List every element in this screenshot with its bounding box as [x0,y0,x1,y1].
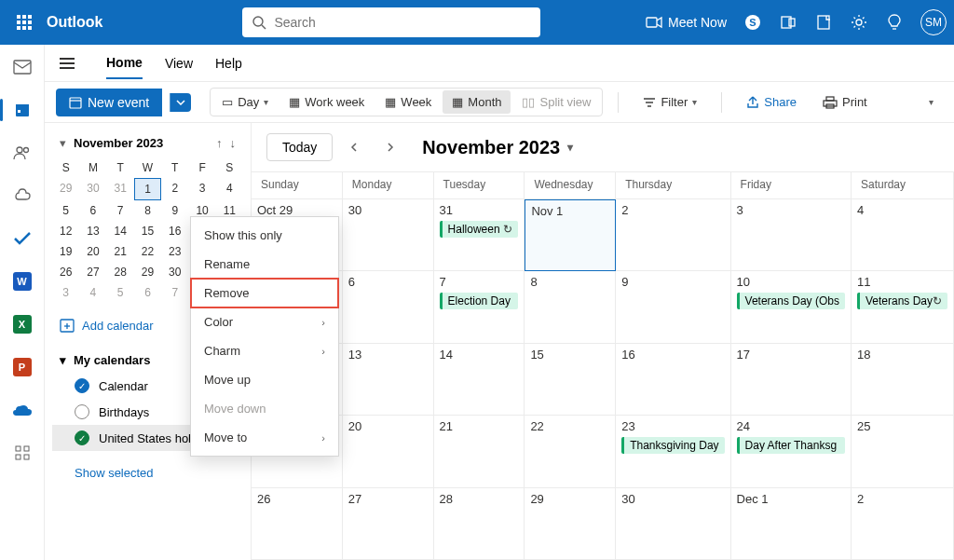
calendar-cell[interactable]: 30 [616,488,730,561]
calendar-cell[interactable]: 11Veterans Day↻ [852,271,954,344]
mini-next-button[interactable]: ↓ [230,136,237,150]
mini-day[interactable]: 3 [188,178,215,200]
view-week-button[interactable]: ▦Week [375,90,441,114]
rail-word[interactable]: W [7,266,37,296]
calendar-cell[interactable]: 9 [616,271,730,344]
mini-day[interactable]: 2 [161,178,188,200]
filter-button[interactable]: Filter▾ [634,90,706,114]
ctx-show-only[interactable]: Show this only [191,221,338,250]
tab-help[interactable]: Help [215,48,242,78]
mini-day[interactable]: 7 [107,200,134,221]
mini-day[interactable]: 16 [161,221,188,241]
calendar-cell[interactable]: 22 [525,416,616,488]
event-chip[interactable]: Day After Thanksg [737,437,845,454]
mini-day[interactable]: 21 [107,241,134,262]
calendar-cell[interactable]: 30 [343,199,434,272]
mini-day[interactable]: 31 [107,178,134,200]
prev-month-button[interactable] [342,134,368,160]
search-input[interactable] [274,15,531,30]
share-button[interactable]: Share [737,90,806,114]
calendar-cell[interactable]: 4 [852,199,954,272]
mini-day[interactable]: 29 [134,262,161,282]
mini-day[interactable]: 14 [107,221,134,241]
rail-more-apps[interactable] [7,438,37,468]
mini-day[interactable]: 22 [134,241,161,262]
calendar-cell[interactable]: 14 [434,344,525,417]
calendar-title[interactable]: November 2023 ▾ [422,137,573,158]
calendar-cell[interactable]: 29 [525,488,616,561]
mini-day[interactable]: 13 [79,221,106,241]
mini-day[interactable]: 5 [107,282,134,303]
next-month-button[interactable] [377,134,403,160]
event-chip[interactable]: Election Day [440,293,519,309]
calendar-cell[interactable]: Dec 1 [731,488,852,561]
mini-day[interactable]: 12 [52,221,79,241]
event-chip[interactable]: Veterans Day (Obs [737,293,845,309]
mini-day[interactable]: 29 [52,178,79,200]
rail-people[interactable] [7,138,37,168]
calendar-cell[interactable]: 2 [616,199,730,272]
calendar-cell[interactable]: 16 [616,344,730,417]
mini-day[interactable]: 5 [52,200,79,221]
calendar-cell[interactable]: 15 [525,344,616,417]
mini-day[interactable]: 8 [134,200,161,221]
rail-files[interactable] [7,181,37,211]
calendar-cell[interactable]: 28 [434,488,525,561]
calendar-cell[interactable]: 26 [252,488,343,561]
ctx-move-up[interactable]: Move up [191,365,338,394]
new-event-button[interactable]: New event [56,89,162,116]
calendar-cell[interactable]: 10Veterans Day (Obs [731,271,852,344]
calendar-cell[interactable]: 13 [343,344,434,417]
calendar-checkbox[interactable] [75,430,89,445]
mini-day[interactable]: 1 [134,178,161,200]
calendar-cell[interactable]: 8 [525,271,616,344]
mini-day[interactable]: 15 [134,221,161,241]
hamburger-icon[interactable] [60,58,75,69]
tab-home[interactable]: Home [106,48,143,79]
new-event-dropdown[interactable] [170,93,191,112]
ctx-charm[interactable]: Charm› [191,336,338,365]
mini-day[interactable]: 4 [216,178,243,200]
today-button[interactable]: Today [266,133,333,161]
ctx-rename[interactable]: Rename [191,250,338,279]
rail-powerpoint[interactable]: P [7,352,37,382]
rail-calendar[interactable] [7,95,37,125]
calendar-cell[interactable]: 21 [434,416,525,488]
calendar-cell[interactable]: 7Election Day [434,271,525,344]
mini-day[interactable]: 20 [79,241,106,262]
calendar-cell[interactable]: 2 [852,488,954,561]
event-chip[interactable]: Thanksgiving Day [621,437,724,454]
mini-day[interactable]: 23 [161,241,188,262]
chevron-down-icon[interactable]: ▾ [60,136,66,150]
rail-mail[interactable] [7,52,37,82]
search-box[interactable] [242,7,540,37]
rail-todo[interactable] [7,224,37,253]
mini-day[interactable]: 28 [107,262,134,282]
calendar-cell[interactable]: 3 [731,199,852,272]
calendar-cell[interactable]: 20 [343,416,434,488]
event-chip[interactable]: Veterans Day↻ [857,293,947,309]
calendar-cell[interactable]: 6 [343,271,434,344]
mini-day[interactable]: 26 [52,262,79,282]
rail-onedrive[interactable] [7,395,37,425]
notes-icon[interactable] [814,13,833,32]
skype-icon[interactable]: S [743,13,762,32]
mini-day[interactable]: 19 [52,241,79,262]
view-split-button[interactable]: ▯▯Split view [512,90,600,114]
mini-day[interactable]: 6 [134,282,161,303]
meet-now-button[interactable]: Meet Now [646,15,727,30]
mini-day[interactable]: 30 [161,262,188,282]
ctx-remove[interactable]: Remove [191,279,338,307]
calendar-cell[interactable]: 25 [852,416,954,488]
mini-day[interactable]: 7 [161,282,188,303]
ctx-move-to[interactable]: Move to› [191,423,338,452]
calendar-cell[interactable]: 27 [343,488,434,561]
print-button[interactable]: Print [813,90,877,114]
avatar[interactable]: SM [920,9,947,35]
calendar-cell[interactable]: 17 [731,344,852,417]
event-chip[interactable]: Halloween↻ [440,221,519,238]
tab-view[interactable]: View [165,48,193,78]
mini-prev-button[interactable]: ↑ [216,136,223,150]
rail-excel[interactable]: X [7,309,37,339]
tips-icon[interactable] [885,13,904,32]
